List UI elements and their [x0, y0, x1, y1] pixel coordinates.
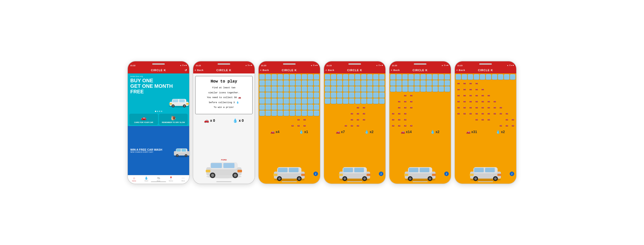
care-card[interactable]: 🚗 CARE FOR YOUR CAR	[129, 114, 158, 125]
tile-filled[interactable]	[296, 110, 301, 116]
tile-filled[interactable]	[355, 98, 360, 104]
tile-filled[interactable]	[408, 86, 414, 92]
tile-filled[interactable]	[361, 80, 367, 86]
tile-filled[interactable]	[302, 98, 307, 104]
tile-filled[interactable]	[438, 80, 444, 86]
tile-filled[interactable]	[432, 74, 438, 80]
dot-2[interactable]	[157, 111, 158, 112]
tile-filled[interactable]	[314, 110, 319, 116]
tile-filled[interactable]	[414, 86, 420, 92]
tile-filled[interactable]	[331, 92, 336, 98]
tile-filled[interactable]	[361, 92, 367, 98]
tile-filled[interactable]	[331, 74, 336, 80]
tile-filled[interactable]	[277, 80, 283, 86]
nav-shop[interactable]: 🛍 Shop	[157, 176, 160, 182]
tile-filled[interactable]	[271, 92, 277, 98]
tile-filled[interactable]	[308, 98, 313, 104]
dry-slow-card[interactable]: 🐌 REMEMBER TO DRY SLOW	[159, 114, 188, 125]
tile-filled[interactable]	[290, 74, 295, 80]
tile-filled[interactable]	[284, 80, 289, 86]
tile-filled[interactable]	[290, 80, 295, 86]
back-btn-2[interactable]: < Back	[195, 69, 204, 71]
back-btn-5[interactable]: < Back	[391, 69, 400, 71]
tile-filled[interactable]	[396, 86, 402, 92]
tile-filled[interactable]	[510, 74, 515, 80]
tile-filled[interactable]	[259, 86, 265, 92]
tile-filled[interactable]	[308, 104, 313, 110]
tile-filled[interactable]	[308, 86, 313, 92]
tile-filled[interactable]	[432, 86, 438, 92]
tile-filled[interactable]	[259, 80, 265, 86]
tile-filled[interactable]	[259, 110, 265, 116]
tile-filled[interactable]	[271, 86, 277, 92]
tile-filled[interactable]	[325, 92, 330, 98]
back-btn-3[interactable]: < Back	[260, 69, 269, 71]
info-button-6[interactable]: i	[510, 172, 514, 176]
tile-filled[interactable]	[373, 92, 379, 98]
tile-filled[interactable]	[284, 92, 289, 98]
tile-filled[interactable]	[302, 104, 307, 110]
tile-filled[interactable]	[308, 110, 313, 116]
tile-filled[interactable]	[379, 86, 385, 92]
tile-filled[interactable]	[367, 74, 373, 80]
tile-filled[interactable]	[408, 74, 414, 80]
tile-filled[interactable]	[367, 98, 373, 104]
tile-filled[interactable]	[445, 86, 450, 92]
tile-filled[interactable]	[337, 74, 342, 80]
tile-filled[interactable]	[290, 110, 295, 116]
tile-filled[interactable]	[486, 74, 491, 80]
dot-3[interactable]	[159, 111, 160, 112]
tile-filled[interactable]	[396, 74, 402, 80]
tile-filled[interactable]	[474, 74, 479, 80]
tile-filled[interactable]	[337, 80, 342, 86]
tile-filled[interactable]	[438, 86, 444, 92]
tile-filled[interactable]	[355, 80, 360, 86]
tile-filled[interactable]	[308, 92, 313, 98]
tile-filled[interactable]	[402, 74, 408, 80]
tile-filled[interactable]	[271, 98, 277, 104]
tile-filled[interactable]	[367, 80, 373, 86]
tile-filled[interactable]	[314, 86, 319, 92]
tile-filled[interactable]	[432, 80, 438, 86]
tile-filled[interactable]	[290, 98, 295, 104]
tile-filled[interactable]	[402, 86, 408, 92]
tile-filled[interactable]	[445, 80, 450, 86]
refresh-icon-1[interactable]: ↺	[185, 69, 187, 72]
nav-stores[interactable]: 📍 Stores	[169, 176, 173, 182]
tile-filled[interactable]	[445, 74, 450, 80]
tile-filled[interactable]	[284, 98, 289, 104]
tile-filled[interactable]	[325, 98, 330, 104]
tile-filled[interactable]	[325, 80, 330, 86]
dot-1[interactable]	[155, 111, 156, 112]
tile-filled[interactable]	[462, 74, 467, 80]
tile-filled[interactable]	[290, 92, 295, 98]
tile-filled[interactable]	[271, 110, 277, 116]
promo-banner[interactable]: limited time only BUY ONE GET ONE MONTH …	[128, 73, 189, 110]
tile-filled[interactable]	[367, 92, 373, 98]
tile-filled[interactable]	[308, 74, 313, 80]
tile-filled[interactable]	[355, 74, 360, 80]
tile-filled[interactable]	[314, 98, 319, 104]
tile-filled[interactable]	[420, 74, 426, 80]
tile-filled[interactable]	[277, 74, 283, 80]
tile-filled[interactable]	[277, 86, 283, 92]
tile-filled[interactable]	[271, 80, 277, 86]
tile-filled[interactable]	[504, 74, 509, 80]
tile-filled[interactable]	[290, 104, 295, 110]
tile-filled[interactable]	[414, 80, 420, 86]
tile-filled[interactable]	[265, 92, 271, 98]
tile-filled[interactable]	[296, 86, 301, 92]
tile-filled[interactable]	[296, 104, 301, 110]
tile-filled[interactable]	[284, 110, 289, 116]
tile-filled[interactable]	[284, 104, 289, 110]
tile-filled[interactable]	[390, 86, 396, 92]
back-btn-4[interactable]: < Back	[326, 69, 334, 71]
tile-filled[interactable]	[379, 92, 385, 98]
info-button-4[interactable]: i	[379, 172, 383, 176]
tile-filled[interactable]	[498, 74, 503, 80]
tile-filled[interactable]	[379, 74, 385, 80]
tile-filled[interactable]	[408, 80, 414, 86]
tile-filled[interactable]	[259, 92, 265, 98]
tile-filled[interactable]	[271, 104, 277, 110]
nav-more[interactable]: ⋯ More	[182, 176, 185, 182]
